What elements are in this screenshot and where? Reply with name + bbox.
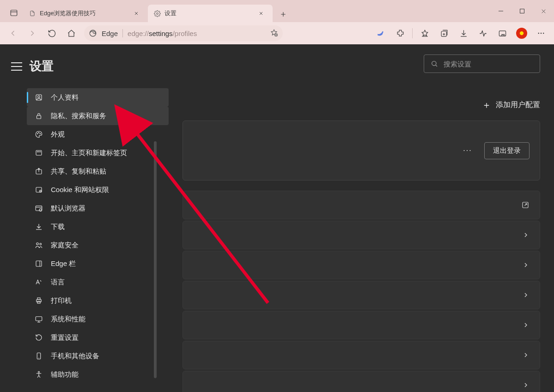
menu-toggle-button[interactable] [11, 62, 22, 71]
screenshot-button[interactable] [493, 24, 511, 42]
settings-main: ＋ 添加用户配置 ··· 退出登录 [183, 44, 554, 392]
nav-item-label: 打印机 [51, 296, 72, 305]
nav-item-profile[interactable]: 个人资料 [27, 88, 169, 107]
page-favicon-icon [29, 10, 36, 17]
nav-item-label: 外观 [51, 130, 65, 139]
sidebar-scrollbar[interactable] [154, 141, 157, 378]
minimize-button[interactable] [490, 0, 511, 22]
chevron-right-icon [522, 381, 530, 389]
new-tab-button[interactable] [275, 6, 291, 22]
tab-settings[interactable]: 设置 [148, 5, 273, 22]
settings-title: 设置 [30, 58, 54, 74]
settings-search-input[interactable] [444, 60, 533, 68]
gear-icon [153, 10, 161, 17]
profile-more-button[interactable]: ··· [459, 146, 476, 155]
nav-item-label: 系统和性能 [51, 315, 85, 324]
add-profile-button[interactable]: ＋ 添加用户配置 [482, 99, 540, 111]
language-icon [34, 277, 43, 287]
nav-item-download[interactable]: 下载 [27, 217, 169, 236]
family-icon [34, 241, 43, 250]
favorites-button[interactable] [415, 24, 434, 42]
tab-close-button[interactable] [130, 7, 142, 19]
more-menu-button[interactable] [532, 24, 550, 42]
nav-item-label: 共享、复制和粘贴 [51, 167, 106, 176]
close-window-button[interactable] [533, 0, 554, 22]
add-profile-label: 添加用户配置 [496, 100, 540, 110]
home-button[interactable] [62, 24, 80, 42]
nav-item-reset[interactable]: 重置设置 [27, 328, 169, 347]
settings-row[interactable] [183, 371, 540, 392]
settings-row[interactable] [183, 191, 540, 219]
nav-item-accessibility[interactable]: 辅助功能 [27, 365, 169, 384]
settings-content: 设置 个人资料隐私、搜索和服务外观开始、主页和新建标签页共享、复制和粘贴Cook… [0, 44, 554, 392]
nav-item-sidebar[interactable]: Edge 栏 [27, 254, 169, 273]
svg-rect-2 [520, 9, 524, 13]
tab-title: 设置 [164, 9, 177, 18]
svg-point-34 [432, 61, 436, 66]
settings-row[interactable] [183, 251, 540, 279]
back-button[interactable] [4, 24, 22, 42]
nav-item-label: Edge 栏 [51, 259, 76, 268]
nav-item-share[interactable]: 共享、复制和粘贴 [27, 162, 169, 181]
extensions-button[interactable] [391, 24, 409, 42]
settings-search[interactable] [424, 54, 540, 73]
tab-actions-button[interactable] [5, 4, 23, 22]
printer-icon [34, 296, 43, 305]
nav-item-label: Cookie 和网站权限 [51, 186, 109, 194]
chevron-right-icon [522, 291, 530, 299]
svg-rect-28 [37, 300, 42, 302]
performance-button[interactable] [474, 24, 492, 42]
cookie-icon [34, 185, 43, 194]
nav-item-cookie[interactable]: Cookie 和网站权限 [27, 181, 169, 199]
nav-item-label: 开始、主页和新建标签页 [51, 149, 127, 157]
svg-rect-12 [37, 115, 41, 119]
nav-item-label: 隐私、搜索和服务 [51, 112, 106, 121]
nav-item-phone[interactable]: 手机和其他设备 [27, 347, 169, 365]
nav-item-label: 家庭安全 [51, 241, 79, 250]
forward-button[interactable] [23, 24, 42, 42]
svg-rect-16 [36, 151, 42, 156]
nav-item-system[interactable]: 系统和性能 [27, 310, 169, 328]
address-divider [122, 29, 123, 37]
country-flag-icon[interactable] [512, 24, 531, 42]
settings-row[interactable] [183, 311, 540, 339]
svg-point-14 [38, 133, 39, 133]
collections-button[interactable] [435, 24, 453, 42]
nav-item-browser[interactable]: 默认浏览器 [27, 199, 169, 217]
sidebar-icon [34, 259, 43, 268]
nav-item-label: 辅助功能 [51, 370, 79, 379]
address-brand: Edge [102, 30, 118, 37]
settings-row[interactable] [183, 341, 540, 369]
signout-button[interactable]: 退出登录 [484, 142, 530, 159]
maximize-button[interactable] [511, 0, 533, 22]
downloads-button[interactable] [454, 24, 473, 42]
refresh-button[interactable] [43, 24, 61, 42]
settings-row[interactable] [183, 281, 540, 309]
nav-item-label: 语言 [51, 278, 65, 287]
add-favorite-icon[interactable] [270, 29, 278, 38]
open-external-icon [521, 201, 530, 209]
extension-bird-icon[interactable] [371, 24, 390, 42]
nav-item-label: 手机和其他设备 [51, 352, 99, 361]
chevron-right-icon [522, 321, 530, 329]
nav-item-printer[interactable]: 打印机 [27, 291, 169, 310]
nav-item-lock[interactable]: 隐私、搜索和服务 [27, 107, 169, 125]
system-icon [34, 314, 43, 324]
nav-item-language[interactable]: 语言 [27, 273, 169, 291]
nav-item-label: 个人资料 [51, 93, 79, 102]
svg-point-26 [40, 243, 42, 245]
nav-item-label: 下载 [51, 223, 65, 231]
tab-close-button[interactable] [255, 7, 267, 19]
reset-icon [34, 333, 43, 342]
nav-item-start[interactable]: 开始、主页和新建标签页 [27, 144, 169, 162]
svg-point-1 [156, 12, 158, 14]
browser-toolbar: Edge edge://settings/profiles [0, 22, 554, 44]
tab-edge-tips[interactable]: Edge浏览器使用技巧 [23, 5, 148, 22]
settings-row[interactable] [183, 221, 540, 249]
address-bar[interactable]: Edge edge://settings/profiles [84, 25, 283, 41]
download-icon [34, 222, 43, 231]
svg-rect-23 [36, 206, 42, 211]
palette-icon [34, 130, 43, 139]
nav-item-palette[interactable]: 外观 [27, 125, 169, 144]
nav-item-family[interactable]: 家庭安全 [27, 236, 169, 254]
